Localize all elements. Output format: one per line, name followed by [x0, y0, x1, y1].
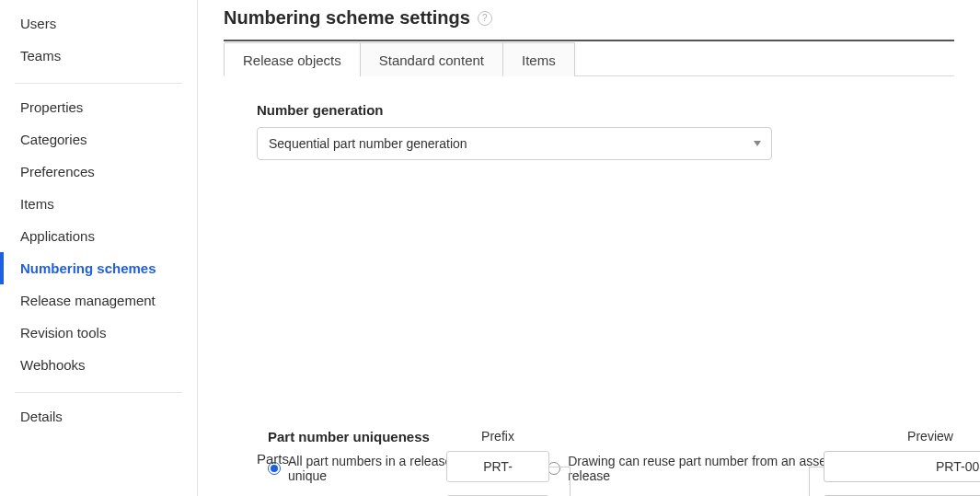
sidebar-item-label: Items [20, 196, 54, 212]
sidebar-item-label: Webhooks [20, 357, 86, 373]
main-content: Numbering scheme settings ? Release obje… [198, 0, 980, 496]
page-title: Numbering scheme settings [224, 7, 470, 29]
preview-parts: PRT-008 [824, 451, 980, 482]
tab-label: Items [522, 52, 556, 68]
value: PRT-008 [936, 459, 980, 474]
sidebar-item-users[interactable]: Users [0, 7, 197, 40]
sidebar-divider [15, 392, 182, 393]
chevron-down-icon [754, 141, 761, 146]
sidebar-item-revision-tools[interactable]: Revision tools [0, 317, 197, 349]
tab-standard-content[interactable]: Standard content [360, 42, 503, 76]
sidebar-item-label: Applications [20, 228, 95, 244]
sidebar-item-label: Numbering schemes [20, 260, 156, 276]
sidebar-group: Details [0, 400, 197, 440]
connector-line [809, 467, 810, 496]
sidebar-item-release-management[interactable]: Release management [0, 284, 197, 317]
scheme-grid: Prefix Min length Next Preview 3 8 [257, 429, 936, 483]
sidebar-item-properties[interactable]: Properties [0, 91, 197, 123]
number-generation-label: Number generation [257, 102, 936, 118]
radio-icon [548, 462, 560, 475]
connector-line [570, 467, 571, 496]
sidebar-item-label: Categories [20, 132, 87, 147]
sidebar-item-numbering-schemes[interactable]: Numbering schemes [0, 252, 197, 284]
uniqueness-title: Part number uniqueness [257, 429, 936, 444]
page-title-row: Numbering scheme settings ? [224, 7, 954, 41]
tab-label: Standard content [379, 52, 484, 68]
sidebar-item-label: Revision tools [20, 325, 106, 340]
tab-release-objects[interactable]: Release objects [224, 42, 361, 76]
sidebar-item-teams[interactable]: Teams [0, 40, 197, 72]
sidebar-item-label: Properties [20, 99, 83, 115]
connector-line [549, 467, 570, 467]
select-value: Sequential part number generation [269, 136, 467, 151]
value: PRT- [483, 459, 513, 474]
column-header-prefix: Prefix [446, 429, 549, 444]
tabs: Release objects Standard content Items [224, 41, 954, 76]
sidebar-item-categories[interactable]: Categories [0, 123, 197, 156]
sidebar-item-label: Preferences [20, 164, 95, 179]
prefix-input-parts[interactable]: PRT- [446, 451, 549, 482]
sidebar-group: Users Teams [0, 7, 197, 79]
sidebar-item-webhooks[interactable]: Webhooks [0, 349, 197, 381]
column-header-preview: Preview [860, 429, 980, 444]
sidebar-item-label: Users [20, 16, 56, 31]
tab-label: Release objects [243, 52, 341, 68]
sidebar-divider [15, 83, 182, 84]
sidebar-item-label: Release management [20, 293, 156, 308]
row-label-parts: Parts [257, 451, 395, 467]
sidebar-item-label: Details [20, 409, 63, 424]
help-icon[interactable]: ? [478, 11, 492, 26]
sidebar-group: Properties Categories Preferences Items … [0, 91, 197, 388]
number-generation-select[interactable]: Sequential part number generation [257, 127, 772, 160]
sidebar-item-applications[interactable]: Applications [0, 220, 197, 252]
sidebar-item-items[interactable]: Items [0, 188, 197, 220]
tab-items[interactable]: Items [502, 42, 575, 76]
tab-content: Number generation Sequential part number… [224, 76, 954, 483]
sidebar-item-label: Teams [20, 48, 61, 63]
sidebar-item-details[interactable]: Details [0, 400, 197, 433]
connector-line [809, 467, 824, 467]
sidebar: Users Teams Properties Categories Prefer… [0, 0, 198, 496]
sidebar-item-preferences[interactable]: Preferences [0, 156, 197, 188]
